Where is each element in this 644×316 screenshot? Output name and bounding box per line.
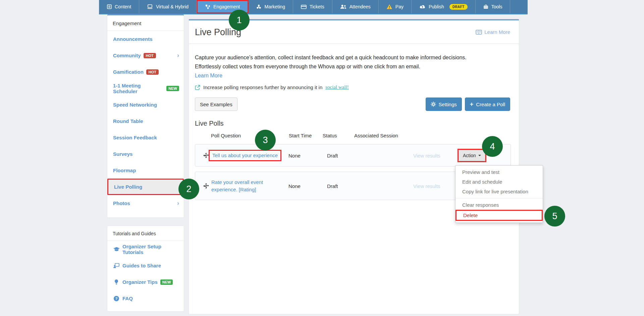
- learn-more-top-link[interactable]: Learn More: [476, 29, 510, 35]
- content-icon: [107, 4, 112, 9]
- hot-badge: HOT: [144, 53, 156, 58]
- menu-item-copy-link[interactable]: Copy link for live presentation: [455, 187, 543, 196]
- tutorials-header: Tutorials and Guides: [107, 226, 184, 241]
- sidebar-item-live-polling[interactable]: Live Polling: [107, 179, 184, 195]
- poll-question-link[interactable]: Rate your overall event experience. [Rat…: [211, 179, 269, 193]
- sidebar-item-announcements[interactable]: Announcements: [107, 31, 184, 47]
- whova-dashboard-page: Content Virtual & Hybrid Engagement Mark…: [0, 0, 644, 316]
- sidebar-item-guides-to-share[interactable]: Guides to Share: [107, 257, 184, 274]
- drag-move-icon[interactable]: [203, 183, 209, 189]
- description-line-1: Capture your audience's attention, colle…: [195, 53, 510, 62]
- new-badge: NEW: [160, 279, 173, 285]
- status-value: Draft: [327, 183, 338, 189]
- cloud-upload-icon: [419, 4, 426, 9]
- sidebar-item-label: 1-1 Meeting Scheduler: [113, 83, 164, 94]
- nav-tab-label: Content: [115, 4, 131, 9]
- sidebar-item-label: Organizer Tips: [122, 279, 158, 285]
- plus-icon: +: [470, 101, 474, 107]
- nav-tab-attendees[interactable]: Attendees: [332, 0, 379, 13]
- poll-question-link[interactable]: Tell us about your experience: [212, 152, 278, 158]
- nav-tab-label: Tickets: [310, 4, 324, 9]
- learn-more-body-link[interactable]: Learn More: [195, 73, 222, 79]
- menu-item-preview-and-test[interactable]: Preview and test: [455, 167, 543, 177]
- nav-tab-content[interactable]: Content: [99, 0, 139, 13]
- learn-more-top-label: Learn More: [484, 29, 510, 35]
- tutorials-sidebar: Tutorials and Guides Organizer Setup Tut…: [107, 226, 184, 312]
- question-circle-icon: [113, 296, 120, 301]
- menu-item-clear-responses[interactable]: Clear responses: [455, 200, 543, 210]
- view-results-link[interactable]: View results: [413, 152, 440, 158]
- polls-table-header: Poll Question Start Time Status Associat…: [195, 133, 510, 140]
- sidebar-item-faq[interactable]: FAQ: [107, 290, 184, 307]
- chevron-right-icon: ›: [177, 200, 179, 207]
- actions-toolbar: See Examples Settings + Create a Poll: [195, 98, 510, 111]
- highlight-box-action-button: Action: [458, 149, 486, 162]
- primary-actions: Settings + Create a Poll: [426, 98, 510, 111]
- sidebar-item-floormap[interactable]: Floormap: [107, 162, 184, 179]
- live-polls-heading: Live Polls: [195, 120, 510, 127]
- sidebar-item-label: Session Feedback: [113, 135, 157, 140]
- external-link-icon: [195, 85, 200, 90]
- sidebar-item-label: Guides to Share: [122, 263, 161, 268]
- see-examples-button[interactable]: See Examples: [195, 98, 237, 111]
- step-marker-5: 5: [544, 206, 565, 227]
- nav-tab-virtual-hybrid[interactable]: Virtual & Hybrid: [139, 0, 197, 13]
- nav-tab-pay[interactable]: Pay: [379, 0, 412, 13]
- engagement-sidebar: Engagement Announcements Community HOT ›…: [107, 14, 184, 218]
- new-badge: NEW: [166, 86, 179, 91]
- sidebar-item-organizer-setup-tutorials[interactable]: Organizer Setup Tutorials: [107, 241, 184, 257]
- sidebar-item-round-table[interactable]: Round Table: [107, 113, 184, 129]
- sidebar-item-label: Organizer Setup Tutorials: [122, 244, 179, 255]
- nav-tab-publish[interactable]: Publish DRAFT: [412, 0, 476, 13]
- settings-button[interactable]: Settings: [426, 98, 462, 111]
- create-poll-button[interactable]: + Create a Poll: [465, 98, 510, 111]
- nav-tab-label: Tools: [491, 4, 502, 9]
- briefcase-icon: [483, 4, 488, 9]
- book-icon: [476, 30, 482, 35]
- column-header-poll-question: Poll Question: [211, 133, 241, 138]
- sidebar-header: Engagement: [107, 15, 184, 31]
- action-dropdown-button[interactable]: Action: [459, 150, 485, 161]
- drag-move-icon[interactable]: [203, 152, 209, 158]
- nav-tab-label: Attendees: [350, 4, 371, 9]
- social-wall-tip: Increase polling responses further by an…: [195, 84, 510, 90]
- tip-text: Increase polling responses further by an…: [203, 84, 322, 90]
- users-icon: [340, 4, 346, 9]
- action-label: Action: [463, 153, 476, 158]
- start-time-value: None: [288, 183, 301, 189]
- poll-row-1: Tell us about your experience None Draft…: [195, 144, 511, 167]
- lightbulb-icon: [113, 279, 120, 285]
- sidebar-item-speed-networking[interactable]: Speed Networking: [107, 97, 184, 113]
- column-header-status: Status: [323, 133, 337, 138]
- sidebar-item-label: FAQ: [122, 296, 133, 301]
- view-results-link[interactable]: View results: [413, 183, 440, 189]
- sidebar-item-label: Live Polling: [114, 184, 142, 190]
- warning-triangle-icon: [386, 4, 392, 9]
- status-value: Draft: [327, 152, 338, 158]
- highlight-box-poll-question: Tell us about your experience: [209, 150, 281, 161]
- chevron-right-icon: ›: [177, 52, 179, 59]
- description-line-2: Effortlessly collect votes from everyone…: [195, 62, 510, 71]
- menu-item-delete[interactable]: Delete: [455, 210, 543, 221]
- nav-tab-label: Marketing: [264, 4, 285, 9]
- nav-tab-marketing[interactable]: Marketing: [249, 0, 293, 13]
- sidebar-item-organizer-tips[interactable]: Organizer Tips NEW: [107, 274, 184, 290]
- sidebar-item-meeting-scheduler[interactable]: 1-1 Meeting Scheduler NEW: [107, 80, 184, 97]
- nav-tab-tickets[interactable]: Tickets: [293, 0, 332, 13]
- sidebar-item-community[interactable]: Community HOT ›: [107, 47, 184, 64]
- menu-item-edit-and-schedule[interactable]: Edit and schedule: [455, 177, 543, 187]
- nav-tab-tools[interactable]: Tools: [476, 0, 511, 13]
- sidebar-item-label: Speed Networking: [113, 102, 157, 108]
- nav-tab-label: Engagement: [213, 4, 240, 9]
- start-time-value: None: [288, 152, 301, 158]
- sidebar-item-label: Photos: [113, 200, 174, 206]
- sidebar-item-gamification[interactable]: Gamification HOT: [107, 64, 184, 80]
- sidebar-item-label: Community: [113, 53, 141, 58]
- social-wall-link[interactable]: social wall!: [325, 84, 349, 90]
- column-header-start-time: Start Time: [289, 133, 312, 138]
- sidebar-item-surveys[interactable]: Surveys: [107, 146, 184, 162]
- step-marker-2: 2: [178, 179, 199, 199]
- sidebar-item-session-feedback[interactable]: Session Feedback: [107, 129, 184, 146]
- presenter-screen-icon: [113, 263, 120, 268]
- sidebar-item-photos[interactable]: Photos ›: [107, 195, 184, 211]
